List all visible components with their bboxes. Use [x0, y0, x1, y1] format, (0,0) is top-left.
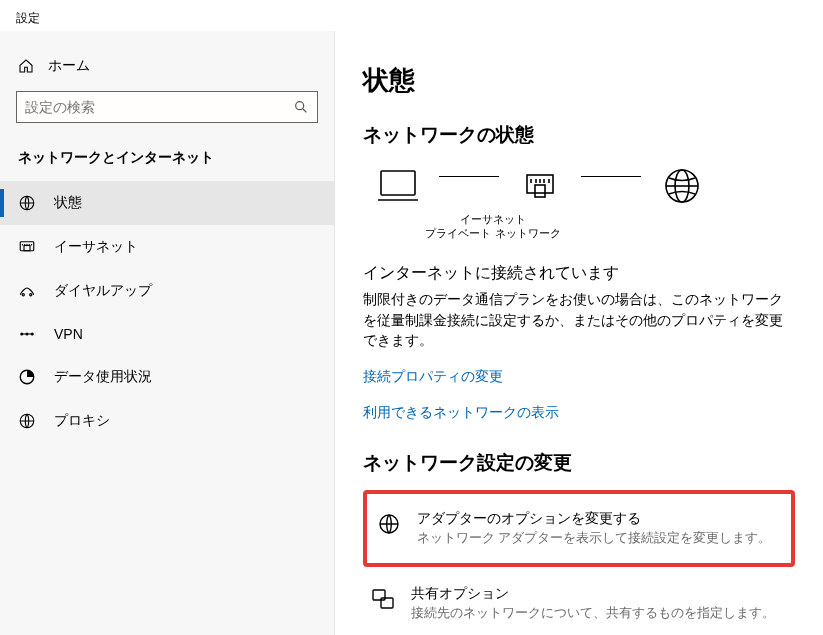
nav-item-vpn[interactable]: VPN	[0, 313, 334, 355]
option-sharing[interactable]: 共有オプション 接続先のネットワークについて、共有するものを指定します。	[363, 573, 795, 634]
svg-rect-20	[527, 175, 553, 193]
sidebar: ホーム ネットワークとインターネット 状態	[0, 31, 335, 635]
sharing-icon	[371, 585, 395, 611]
diagram-label-2: プライベート ネットワーク	[363, 226, 623, 240]
svg-line-1	[303, 109, 306, 112]
nav-item-dialup[interactable]: ダイヤルアップ	[0, 269, 334, 313]
svg-rect-4	[24, 246, 30, 251]
diagram-label-1: イーサネット	[363, 212, 623, 226]
home-icon	[18, 58, 34, 74]
nav-item-datausage[interactable]: データ使用状況	[0, 355, 334, 399]
nav-item-ethernet[interactable]: イーサネット	[0, 225, 334, 269]
nav-label: 状態	[54, 194, 82, 212]
option-desc: 接続先のネットワークについて、共有するものを指定します。	[411, 605, 775, 622]
nav-item-status[interactable]: 状態	[0, 181, 334, 225]
nav-item-proxy[interactable]: プロキシ	[0, 399, 334, 443]
search-box[interactable]	[16, 91, 318, 123]
sidebar-section-label: ネットワークとインターネット	[0, 141, 334, 181]
diagram-line	[439, 176, 499, 177]
highlight-adapter-options: アダプターのオプションを変更する ネットワーク アダプターを表示して接続設定を変…	[363, 490, 795, 567]
svg-rect-18	[381, 171, 415, 195]
main-content: 状態 ネットワークの状態 イーサネット プライベート ネットワーク インタ	[335, 31, 823, 635]
vpn-icon	[18, 327, 36, 341]
svg-point-0	[296, 102, 304, 110]
diagram-line	[581, 176, 641, 177]
nav-label: ダイヤルアップ	[54, 282, 152, 300]
svg-point-10	[22, 294, 24, 296]
link-connection-properties[interactable]: 接続プロパティの変更	[363, 368, 795, 386]
svg-rect-21	[535, 185, 545, 197]
connected-description: 制限付きのデータ通信プランをお使いの場合は、このネットワークを従量制課金接続に設…	[363, 290, 795, 353]
svg-point-11	[30, 294, 32, 296]
nav-label: VPN	[54, 326, 83, 342]
change-settings-heading: ネットワーク設定の変更	[363, 450, 795, 476]
search-input[interactable]	[25, 99, 293, 115]
adapter-icon	[377, 510, 401, 536]
status-icon	[18, 194, 36, 212]
diagram-globe	[647, 166, 717, 206]
diagram-adapter	[505, 171, 575, 201]
page-title: 状態	[363, 63, 795, 98]
option-title: 共有オプション	[411, 585, 775, 603]
sidebar-nav: 状態 イーサネット ダイヤルアップ	[0, 181, 334, 443]
link-available-networks[interactable]: 利用できるネットワークの表示	[363, 404, 795, 422]
window-title: 設定	[0, 0, 823, 31]
home-nav[interactable]: ホーム	[0, 49, 334, 91]
network-status-heading: ネットワークの状態	[363, 122, 795, 148]
datausage-icon	[18, 368, 36, 386]
svg-rect-3	[20, 242, 34, 251]
search-icon	[293, 99, 309, 115]
svg-rect-15	[21, 333, 33, 334]
home-label: ホーム	[48, 57, 90, 75]
nav-label: イーサネット	[54, 238, 138, 256]
option-desc: ネットワーク アダプターを表示して接続設定を変更します。	[417, 530, 771, 547]
network-diagram	[363, 166, 795, 206]
diagram-caption: イーサネット プライベート ネットワーク	[363, 212, 623, 241]
option-title: アダプターのオプションを変更する	[417, 510, 771, 528]
nav-label: データ使用状況	[54, 368, 152, 386]
diagram-computer	[363, 167, 433, 205]
proxy-icon	[18, 412, 36, 430]
ethernet-icon	[18, 238, 36, 256]
connected-heading: インターネットに接続されています	[363, 263, 795, 284]
option-adapter[interactable]: アダプターのオプションを変更する ネットワーク アダプターを表示して接続設定を変…	[369, 498, 789, 559]
nav-label: プロキシ	[54, 412, 110, 430]
dialup-icon	[18, 284, 36, 298]
